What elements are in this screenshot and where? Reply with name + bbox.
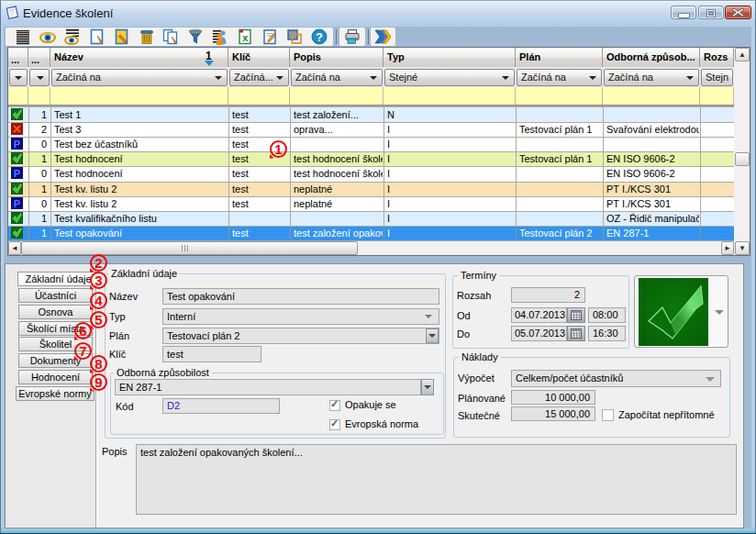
svg-text:?: ? — [316, 30, 323, 44]
svg-text:x: x — [242, 32, 249, 43]
svg-text:P: P — [14, 198, 20, 209]
svg-text:P: P — [14, 168, 20, 179]
svg-text:P: P — [14, 139, 20, 150]
